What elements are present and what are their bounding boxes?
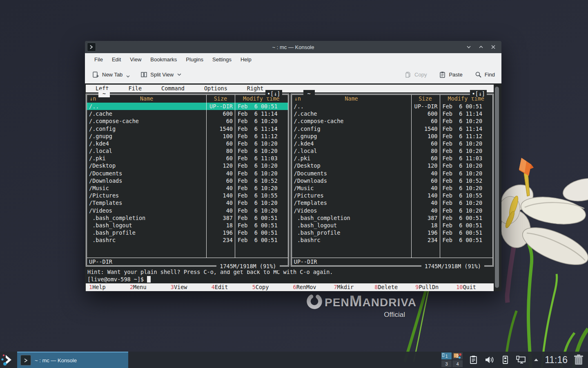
file-row[interactable]: /Documents 40 Feb 6 10:20 <box>292 170 493 177</box>
copy-button[interactable]: Copy <box>405 71 427 78</box>
column-separator <box>206 95 207 258</box>
function-key-button[interactable]: 5Copy <box>249 283 290 291</box>
virtual-desktop-pager: 1 2 3 4 <box>441 352 463 367</box>
file-row[interactable]: /Music 40 Feb 6 10:20 <box>87 184 288 192</box>
column-header-size[interactable]: Size <box>411 95 440 103</box>
column-header-size[interactable]: Size <box>206 95 235 103</box>
menu-item[interactable]: Settings <box>208 54 236 65</box>
menu-item[interactable]: Bookmarks <box>146 54 181 65</box>
tray-expander-chevron-up-icon[interactable] <box>533 358 539 362</box>
function-key-button[interactable]: 8Delete <box>371 283 412 291</box>
digital-clock[interactable]: 11:16 <box>545 355 568 366</box>
menu-item[interactable]: Plugins <box>181 54 208 65</box>
file-row[interactable]: /Downloads 60 Feb 6 10:52 <box>292 177 493 184</box>
function-key-button[interactable]: 9PullDn <box>412 283 453 291</box>
network-tray-icon[interactable] <box>516 355 526 364</box>
terminal-cursor <box>147 276 151 283</box>
menu-item[interactable]: Edit <box>107 54 125 65</box>
file-row[interactable]: /.local 80 Feb 6 10:20 <box>87 147 288 155</box>
paste-button[interactable]: Paste <box>439 71 462 78</box>
pager-desktop-2[interactable]: 2 <box>452 352 463 359</box>
wallpaper-flower <box>492 144 588 368</box>
function-key-button[interactable]: 7Mkdir <box>330 283 371 291</box>
file-row[interactable]: .bash_completion 387 Feb 6 00:51 <box>292 214 493 222</box>
file-row[interactable]: .bashrc 234 Feb 6 00:51 <box>87 236 288 244</box>
file-row[interactable]: /Desktop 120 Feb 6 10:20 <box>87 162 288 169</box>
function-key-button[interactable]: 3View <box>167 283 208 291</box>
file-row[interactable]: /.config 1540 Feb 6 11:14 <box>87 125 288 132</box>
file-row[interactable]: /.compose-cache 60 Feb 6 10:20 <box>292 117 493 125</box>
function-key-button[interactable]: 10Quit <box>453 283 494 291</box>
file-list: /.. UP--DIR Feb 6 00:51 /.cache 600 Feb … <box>292 103 493 244</box>
terminal-area[interactable]: LeftFileCommandOptionsRight ~ •[↓] ↓n Na… <box>85 83 501 291</box>
menu-item[interactable]: Help <box>236 54 256 65</box>
split-view-button[interactable]: Split View <box>140 71 181 78</box>
sort-indicator[interactable]: ↓n <box>294 95 301 102</box>
trash-icon[interactable] <box>573 354 584 366</box>
file-row[interactable]: /Pictures 140 Feb 6 10:55 <box>292 192 493 199</box>
mc-menu-item[interactable]: Command <box>161 85 185 92</box>
file-row[interactable]: /Music 40 Feb 6 10:20 <box>292 184 493 192</box>
task-label: ~ : mc — Konsole <box>35 357 77 364</box>
volume-tray-icon[interactable] <box>485 355 495 364</box>
file-row[interactable]: /.. UP--DIR Feb 6 00:51 <box>292 103 493 110</box>
file-row[interactable]: /.gnupg 100 Feb 6 11:12 <box>87 132 288 140</box>
file-row[interactable]: .bashrc 234 Feb 6 00:51 <box>292 236 493 244</box>
file-row[interactable]: /Videos 40 Feb 6 10:20 <box>292 207 493 214</box>
application-launcher-button[interactable] <box>0 352 17 368</box>
clipboard-tray-icon[interactable] <box>469 355 478 364</box>
file-row[interactable]: .bash_profile 196 Feb 6 00:51 <box>87 229 288 236</box>
panel-path[interactable]: ~ <box>303 90 315 97</box>
file-row[interactable]: /.compose-cache 60 Feb 6 10:20 <box>87 117 288 125</box>
shell-prompt[interactable]: [live@omv-598 ~]$ <box>86 276 494 283</box>
maximize-button[interactable] <box>478 44 484 50</box>
file-row[interactable]: .bash_profile 196 Feb 6 00:51 <box>292 229 493 236</box>
file-row[interactable]: /Pictures 140 Feb 6 10:55 <box>87 192 288 199</box>
file-row[interactable]: /Desktop 120 Feb 6 10:20 <box>292 162 493 169</box>
function-key-button[interactable]: 6RenMov <box>290 283 331 291</box>
file-row[interactable]: /.kde4 60 Feb 6 10:20 <box>292 140 493 147</box>
titlebar[interactable]: ~ : mc — Konsole <box>85 41 501 53</box>
file-row[interactable]: /.gnupg 100 Feb 6 11:12 <box>292 132 493 140</box>
file-row[interactable]: /Downloads 60 Feb 6 10:52 <box>87 177 288 184</box>
mc-menu-item[interactable]: Right <box>247 85 264 92</box>
file-row[interactable]: /.kde4 60 Feb 6 10:20 <box>87 140 288 147</box>
mc-menu-item[interactable]: File <box>129 85 142 92</box>
pager-desktop-1[interactable]: 1 <box>441 352 452 359</box>
file-row[interactable]: /.pki 60 Feb 6 11:03 <box>87 155 288 162</box>
function-key-button[interactable]: 2Menu <box>127 283 167 291</box>
column-separator <box>411 95 412 258</box>
function-key-button[interactable]: 1Help <box>86 283 127 291</box>
file-row[interactable]: /Templates 40 Feb 6 10:20 <box>87 199 288 206</box>
removable-device-tray-icon[interactable] <box>502 355 509 364</box>
sort-indicator[interactable]: ↓n <box>89 95 96 102</box>
file-row[interactable]: /.cache 600 Feb 6 11:14 <box>87 110 288 117</box>
function-key-button[interactable]: 4Edit <box>208 283 249 291</box>
terminal-scrollbar[interactable] <box>494 83 501 291</box>
taskbar-task-konsole[interactable]: ~ : mc — Konsole <box>17 352 128 368</box>
panel-path[interactable]: ~ <box>98 90 110 97</box>
file-row[interactable]: .bash_logout 18 Feb 6 00:51 <box>87 222 288 229</box>
file-row[interactable]: /.config 1540 Feb 6 11:14 <box>292 125 493 132</box>
pager-desktop-4[interactable]: 4 <box>452 360 463 367</box>
file-row[interactable]: /.cache 600 Feb 6 11:14 <box>292 110 493 117</box>
file-row[interactable]: .bash_logout 18 Feb 6 00:51 <box>292 222 493 229</box>
file-row[interactable]: /Templates 40 Feb 6 10:20 <box>292 199 493 206</box>
mc-menu-item[interactable]: Options <box>204 85 227 92</box>
konsole-window: ~ : mc — Konsole FileEditViewBookmarksPl… <box>85 41 501 291</box>
file-row[interactable]: /.pki 60 Feb 6 11:03 <box>292 155 493 162</box>
file-row[interactable]: /.local 80 Feb 6 10:20 <box>292 147 493 155</box>
new-tab-button[interactable]: New Tab <box>92 71 130 78</box>
file-row[interactable]: /Documents 40 Feb 6 10:20 <box>87 170 288 177</box>
scrollbar-thumb[interactable] <box>495 87 499 288</box>
menu-item[interactable]: File <box>90 54 107 65</box>
menu-item[interactable]: View <box>125 54 146 65</box>
file-row[interactable]: /Videos 40 Feb 6 10:20 <box>87 207 288 214</box>
file-row[interactable]: .bash_completion 387 Feb 6 00:51 <box>87 214 288 222</box>
find-button[interactable]: Find <box>475 71 495 78</box>
column-separator <box>235 95 235 258</box>
close-button[interactable] <box>490 44 497 50</box>
file-row[interactable]: /.. UP--DIR Feb 6 00:51 <box>87 103 288 110</box>
minimize-button[interactable] <box>466 44 472 50</box>
pager-desktop-3[interactable]: 3 <box>441 360 452 367</box>
